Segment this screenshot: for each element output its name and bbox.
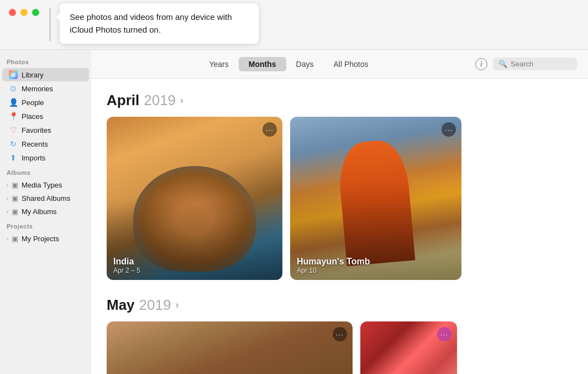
imports-icon: ⬆ [9, 153, 18, 162]
india-may-label: India May 10 – 11 [107, 370, 353, 374]
favorites-icon: ♡ [9, 126, 18, 134]
sidebar-label-places: Places [22, 112, 43, 121]
month-section-may: May 2019 › ··· India May 10 – 11 [107, 297, 573, 374]
sidebar: Photos ▦ Library ⊙ Memories 👤 People 📍 P… [0, 50, 91, 374]
sidebar-label-imports: Imports [22, 154, 45, 162]
sidebar-label-my-albums: My Albums [22, 207, 57, 216]
year-april: 2019 [144, 92, 176, 109]
sidebar-section-photos: Photos [0, 54, 91, 67]
search-icon: 🔍 [498, 60, 507, 68]
photo-card-humayun[interactable]: ··· Humayun's Tomb Apr 10 [290, 117, 461, 280]
tab-all-photos[interactable]: All Photos [323, 57, 378, 71]
sidebar-item-people[interactable]: 👤 People [2, 96, 89, 109]
sidebar-label-memories: Memories [22, 85, 53, 93]
people-icon: 👤 [9, 98, 18, 107]
sidebar-label-my-projects: My Projects [22, 235, 59, 243]
photo-grid-may: ··· India May 10 – 11 ··· Mexico City Ap… [107, 321, 573, 374]
library-icon: ▦ [9, 70, 18, 79]
month-name-may: May [107, 297, 135, 314]
sidebar-item-my-projects[interactable]: › ▣ My Projects [2, 232, 89, 245]
tooltip-line [50, 8, 60, 41]
chevron-icon-4: › [7, 236, 8, 242]
chevron-icon-3: › [7, 209, 8, 215]
sidebar-item-places[interactable]: 📍 Places [2, 110, 89, 123]
chevron-right-april: › [180, 95, 183, 106]
humayun-subtitle: Apr 10 [297, 267, 455, 274]
chevron-icon: › [7, 183, 8, 188]
month-section-april: April 2019 › ··· India Apr 2 – 5 [107, 92, 573, 280]
sidebar-item-library[interactable]: ▦ Library [2, 68, 89, 81]
main-panel: Years Months Days All Photos i 🔍 April 2… [91, 50, 588, 374]
india-april-subtitle: Apr 2 – 5 [113, 267, 276, 274]
toolbar-tabs: Years Months Days All Photos [102, 57, 475, 71]
places-icon: 📍 [9, 112, 18, 121]
photo-card-mexico[interactable]: ··· Mexico City Apr 30 – May 1 [360, 321, 457, 374]
toolbar-right: i 🔍 [475, 58, 577, 70]
sidebar-section-albums: Albums [0, 165, 91, 178]
sidebar-item-imports[interactable]: ⬆ Imports [2, 151, 89, 164]
memories-icon: ⊙ [9, 84, 18, 93]
sidebar-label-library: Library [22, 71, 44, 79]
sidebar-item-shared-albums[interactable]: › ▣ Shared Albums [2, 192, 89, 205]
sidebar-label-media-types: Media Types [22, 181, 62, 189]
sidebar-section-projects: Projects [0, 219, 91, 232]
tooltip-text: See photos and videos from any device wi… [70, 12, 232, 34]
tooltip-box: See photos and videos from any device wi… [60, 3, 259, 44]
sidebar-item-memories[interactable]: ⊙ Memories [2, 82, 89, 95]
photo-content: April 2019 › ··· India Apr 2 – 5 [91, 79, 588, 374]
toolbar: Years Months Days All Photos i 🔍 [91, 50, 588, 79]
close-button[interactable] [9, 9, 16, 16]
my-projects-icon: ▣ [12, 235, 18, 243]
india-april-title: India [113, 257, 276, 267]
title-bar: See photos and videos from any device wi… [0, 0, 588, 50]
sidebar-item-my-albums[interactable]: › ▣ My Albums [2, 205, 89, 218]
month-name-april: April [107, 92, 139, 109]
sidebar-label-recents: Recents [22, 140, 48, 148]
sidebar-item-recents[interactable]: ↻ Recents [2, 137, 89, 150]
mexico-label: Mexico City Apr 30 – May 1 [360, 370, 457, 374]
photo-grid-april: ··· India Apr 2 – 5 ··· Humayun's Tomb [107, 117, 573, 280]
india-may-bg [107, 321, 353, 374]
recents-icon: ↻ [9, 139, 18, 148]
india-april-label: India Apr 2 – 5 [107, 251, 282, 280]
sidebar-label-favorites: Favorites [22, 126, 51, 134]
shared-albums-icon: ▣ [12, 194, 18, 202]
sidebar-item-media-types[interactable]: › ▣ Media Types [2, 179, 89, 191]
chevron-icon-2: › [7, 196, 8, 201]
app-body: Photos ▦ Library ⊙ Memories 👤 People 📍 P… [0, 50, 588, 374]
sidebar-label-shared-albums: Shared Albums [22, 194, 70, 202]
humayun-more-btn[interactable]: ··· [442, 122, 456, 137]
my-albums-icon: ▣ [12, 207, 18, 216]
month-title-april: April 2019 › [107, 92, 573, 109]
humayun-label: Humayun's Tomb Apr 10 [290, 251, 461, 280]
chevron-right-may: › [175, 299, 179, 311]
minimize-button[interactable] [20, 9, 28, 16]
search-box: 🔍 [493, 58, 577, 70]
info-button[interactable]: i [475, 58, 487, 70]
tab-days[interactable]: Days [286, 57, 324, 71]
photo-card-india-may[interactable]: ··· India May 10 – 11 [107, 321, 353, 374]
month-title-may: May 2019 › [107, 297, 573, 314]
tab-years[interactable]: Years [199, 57, 238, 71]
year-may: 2019 [139, 297, 171, 314]
sidebar-item-favorites[interactable]: ♡ Favorites [2, 123, 89, 137]
sidebar-label-people: People [22, 98, 44, 107]
mexico-more-btn[interactable]: ··· [437, 327, 452, 341]
india-may-more-btn[interactable]: ··· [333, 327, 347, 341]
photo-card-india-april[interactable]: ··· India Apr 2 – 5 [107, 117, 282, 280]
tab-months[interactable]: Months [239, 57, 286, 71]
humayun-title: Humayun's Tomb [297, 257, 455, 267]
maximize-button[interactable] [32, 9, 39, 16]
media-types-icon: ▣ [12, 181, 18, 189]
search-input[interactable] [511, 60, 571, 68]
window-controls [9, 9, 39, 16]
india-april-more-btn[interactable]: ··· [262, 122, 277, 137]
